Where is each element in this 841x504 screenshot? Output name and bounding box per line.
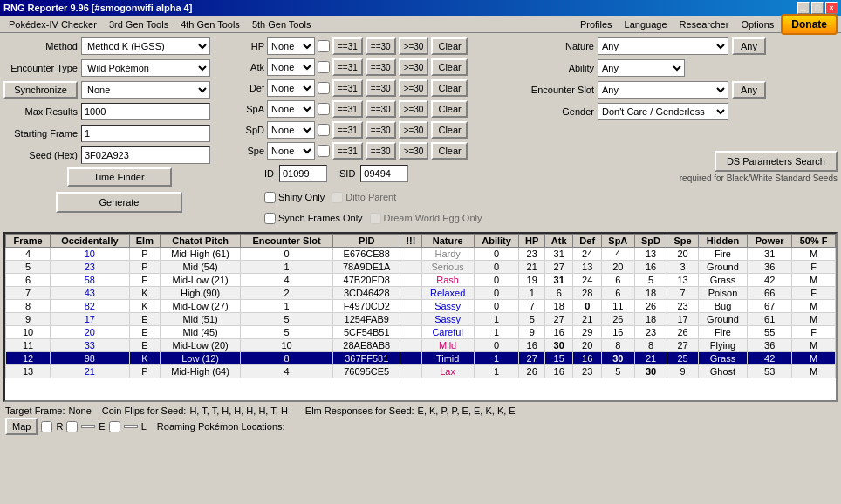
hp-ge30-btn[interactable]: >=30 — [399, 37, 429, 55]
id-sid-row: ID SID — [240, 164, 510, 183]
stat-def-row: Def None ==31 ==30 >=30 Clear — [240, 78, 510, 98]
time-finder-row: Time Finder — [3, 167, 235, 187]
hp-select[interactable]: None — [267, 37, 315, 55]
spd-checkbox[interactable] — [318, 124, 330, 136]
options-checkboxes-2: Synch Frames Only Dream World Egg Only — [264, 209, 510, 227]
spd-select[interactable]: None — [267, 121, 315, 139]
spa-checkbox[interactable] — [318, 103, 330, 115]
table-row[interactable]: 1020EMid (45)55CF54B51Careful19162916232… — [6, 326, 836, 339]
spa-eq31-btn[interactable]: ==31 — [332, 100, 363, 118]
max-results-input[interactable] — [81, 103, 210, 120]
table-row[interactable]: 743KHigh (90)23CD46428Relaxed016286187Po… — [6, 287, 836, 300]
def-checkbox[interactable] — [318, 82, 330, 94]
table-row[interactable]: 1298KLow (12)8367FF581Timid1271516302125… — [6, 352, 836, 365]
table-header-row: Frame Occidentally Elm Chatot Pitch Enco… — [6, 235, 836, 248]
synchronize-button[interactable]: Synchronize — [3, 81, 78, 99]
encounter-slot-any-btn[interactable]: Any — [732, 81, 766, 99]
atk-eq31-btn[interactable]: ==31 — [332, 58, 363, 76]
encounter-type-select[interactable]: Wild Pokémon — [81, 59, 210, 77]
stat-hp-row: HP None ==31 ==30 >=30 Clear — [240, 37, 510, 56]
spe-ge30-btn[interactable]: >=30 — [399, 142, 429, 160]
def-select[interactable]: None — [267, 79, 315, 97]
time-finder-button[interactable]: Time Finder — [67, 167, 172, 187]
def-eq31-btn[interactable]: ==31 — [332, 79, 363, 97]
menu-pokedex[interactable]: Pokédex-IV Checker — [3, 17, 102, 31]
r-checkbox[interactable] — [41, 421, 52, 432]
nature-select[interactable]: Any — [598, 37, 728, 55]
gender-select[interactable]: Don't Care / Genderless — [598, 103, 728, 120]
table-row[interactable]: 882KMid-Low (27)1F4970CD2Sassy0718011262… — [6, 300, 836, 313]
hp-checkbox[interactable] — [318, 40, 330, 52]
hp-eq30-btn[interactable]: ==30 — [366, 37, 396, 55]
synch-select[interactable]: None — [81, 81, 210, 99]
map-button[interactable]: Map — [5, 418, 38, 435]
ds-params-btn[interactable]: DS Parameters Search — [715, 151, 838, 172]
close-button[interactable]: × — [825, 2, 838, 14]
encounter-type-row: Encounter Type Wild Pokémon — [3, 58, 235, 78]
options-link[interactable]: Options — [735, 17, 779, 31]
ability-row: Ability Any — [516, 58, 838, 78]
nature-any-btn[interactable]: Any — [732, 37, 766, 55]
generate-button[interactable]: Generate — [56, 192, 182, 213]
spe-eq30-btn[interactable]: ==30 — [366, 142, 396, 160]
starting-frame-row: Starting Frame — [3, 124, 235, 143]
hp-label: HP — [240, 41, 264, 51]
spa-clear-btn[interactable]: Clear — [431, 100, 468, 118]
ability-select[interactable]: Any — [598, 59, 685, 77]
e-checkbox[interactable] — [66, 421, 78, 432]
spd-ge30-btn[interactable]: >=30 — [399, 121, 429, 139]
spe-eq31-btn[interactable]: ==31 — [332, 142, 363, 160]
col-frame: Frame — [6, 235, 51, 248]
atk-select[interactable]: None — [267, 58, 315, 76]
roaming-label: Roaming Pokémon Locations: — [157, 421, 285, 432]
encounter-slot-label: Encounter Slot — [516, 85, 594, 95]
researcher-link[interactable]: Researcher — [674, 17, 735, 31]
hp-clear-btn[interactable]: Clear — [431, 37, 468, 55]
atk-checkbox[interactable] — [318, 61, 330, 73]
e-box — [81, 425, 95, 428]
def-eq30-btn[interactable]: ==30 — [366, 79, 396, 97]
language-link[interactable]: Language — [619, 17, 673, 31]
menu-4th-gen[interactable]: 4th Gen Tools — [175, 17, 245, 31]
method-select[interactable]: Method K (HGSS) — [81, 37, 210, 55]
spe-checkbox[interactable] — [318, 145, 330, 157]
l-checkbox[interactable] — [109, 421, 120, 432]
spa-select[interactable]: None — [267, 100, 315, 118]
starting-frame-input[interactable] — [81, 125, 210, 142]
atk-ge30-btn[interactable]: >=30 — [399, 58, 429, 76]
encounter-slot-select[interactable]: Any — [598, 81, 728, 99]
menu-5th-gen[interactable]: 5th Gen Tools — [247, 17, 317, 31]
spe-select[interactable]: None — [267, 142, 315, 160]
spa-eq30-btn[interactable]: ==30 — [366, 100, 396, 118]
spd-eq30-btn[interactable]: ==30 — [366, 121, 396, 139]
def-ge30-btn[interactable]: >=30 — [399, 79, 429, 97]
synch-frames-checkbox[interactable] — [264, 213, 276, 224]
profiles-link[interactable]: Profiles — [575, 17, 618, 31]
results-table-container[interactable]: Frame Occidentally Elm Chatot Pitch Enco… — [3, 232, 838, 402]
menu-bar: Pokédex-IV Checker 3rd Gen Tools 4th Gen… — [0, 16, 841, 33]
table-row[interactable]: 917EMid (51)51254FAB9Sassy152721261817Gr… — [6, 313, 836, 326]
spa-ge30-btn[interactable]: >=30 — [399, 100, 429, 118]
table-row[interactable]: 410PMid-High (61)0E676CE88Hardy023312441… — [6, 248, 836, 261]
menu-3rd-gen[interactable]: 3rd Gen Tools — [104, 17, 174, 31]
shiny-only-checkbox[interactable] — [264, 192, 276, 203]
def-clear-btn[interactable]: Clear — [431, 79, 468, 97]
elm-value: E, K, P, P, E, E, K, K, E — [418, 405, 516, 416]
minimize-button[interactable]: _ — [797, 2, 810, 14]
sid-input[interactable] — [360, 165, 408, 182]
table-row[interactable]: 1321PMid-High (64)476095CE5Lax1261623530… — [6, 365, 836, 378]
atk-clear-btn[interactable]: Clear — [431, 58, 468, 76]
col-hp: HP — [519, 235, 545, 248]
hp-eq31-btn[interactable]: ==31 — [332, 37, 363, 55]
atk-eq30-btn[interactable]: ==30 — [366, 58, 396, 76]
spe-clear-btn[interactable]: Clear — [431, 142, 468, 160]
spd-clear-btn[interactable]: Clear — [431, 121, 468, 139]
table-row[interactable]: 523PMid (54)178A9DE1ASerious021271320163… — [6, 261, 836, 274]
seed-input[interactable] — [81, 146, 210, 164]
id-input[interactable] — [279, 165, 327, 182]
table-row[interactable]: 658EMid-Low (21)447B20ED8Rash01931246513… — [6, 274, 836, 287]
donate-button[interactable]: Donate — [781, 14, 838, 35]
maximize-button[interactable]: □ — [811, 2, 824, 14]
table-row[interactable]: 1133EMid-Low (20)1028AE8AB8Mild016302088… — [6, 339, 836, 352]
spd-eq31-btn[interactable]: ==31 — [332, 121, 363, 139]
